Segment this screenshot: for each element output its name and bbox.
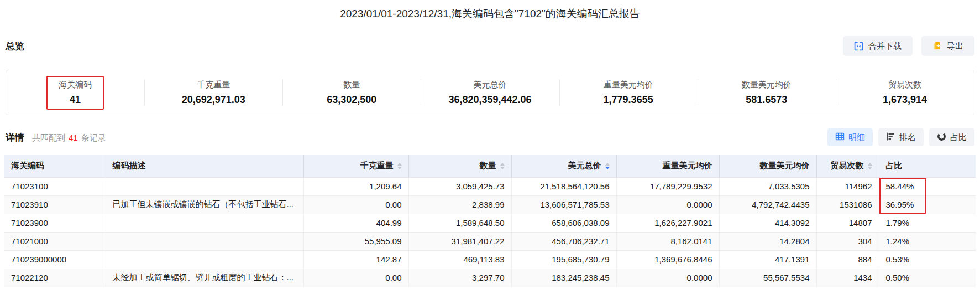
sort-icon[interactable]: [500, 163, 505, 169]
cell-weight-avg-price: 0.0000: [616, 195, 719, 214]
cell-customs-code: 71023100: [4, 177, 106, 195]
table-grid-icon: [835, 132, 845, 143]
export-file-icon: [932, 42, 942, 51]
cell-description: 未经加工或简单锯切、劈开或粗磨的工业钻石：...: [106, 269, 303, 287]
cell-qty-avg-price: 4,792,742.4435: [719, 195, 816, 214]
match-suffix: 条记录: [81, 133, 106, 142]
table-row[interactable]: 710239000000 142.87 469,113.83 195,685,7…: [4, 250, 976, 269]
cell-share: 0.50%: [879, 269, 976, 287]
details-header: 详情 共匹配到41条记录 明细 排名 占比: [6, 128, 974, 146]
stat-quantity: 数量 63,302,500: [282, 70, 421, 115]
table-row[interactable]: 71021000 55,955.09 31,981,407.22 456,706…: [4, 232, 976, 250]
cell-description: 已加工但未镶嵌或镶嵌的钻石（不包括工业钻石...: [106, 195, 303, 214]
stat-label: 数量美元均价: [742, 80, 792, 90]
stat-value: 1,673,914: [883, 94, 927, 106]
details-table: 海关编码 编码描述 千克重量 数量 美元总价 重量美元均价 数量美元均价 贸易次…: [4, 155, 976, 287]
cell-quantity: 31,981,407.22: [408, 232, 511, 250]
cell-share: 0.53%: [879, 250, 976, 269]
cell-description: [106, 214, 303, 232]
cell-weight-avg-price: 17,789,229.9532: [616, 177, 719, 195]
stat-label: 贸易次数: [888, 80, 921, 90]
stat-value: 1,779.3655: [604, 94, 653, 106]
stat-value: 36,820,359,442.06: [448, 94, 531, 106]
cell-quantity: 1,589,648.50: [408, 214, 511, 232]
cell-kg-weight: 1,209.64: [303, 177, 408, 195]
col-header-quantity[interactable]: 数量: [408, 155, 511, 177]
overview-stats-card: 海关编码 41 千克重量 20,692,971.03 数量 63,302,500…: [6, 70, 974, 115]
view-toggle: 明细 排名 占比: [827, 128, 974, 146]
cell-quantity: 2,838.99: [408, 195, 511, 214]
table-row[interactable]: 71023100 1,209.64 3,059,425.73 21,518,56…: [4, 177, 976, 195]
stat-qty-avg-price: 数量美元均价 581.6573: [698, 70, 836, 115]
tab-label: 排名: [899, 132, 916, 143]
col-header-description: 编码描述: [106, 155, 303, 177]
tab-label: 占比: [950, 132, 967, 143]
cell-description: [106, 232, 303, 250]
cell-share: 58.44%: [879, 177, 976, 195]
stat-label: 重量美元均价: [604, 80, 653, 90]
cell-customs-code: 71021000: [4, 232, 106, 250]
col-header-customs-code: 海关编码: [4, 155, 106, 177]
cell-weight-avg-price: 8,162.0141: [616, 232, 719, 250]
stat-weight-avg-price: 重量美元均价 1,779.3655: [559, 70, 698, 115]
cell-description: [106, 250, 303, 269]
cell-weight-avg-price: 1,369,676.8446: [616, 250, 719, 269]
match-prefix: 共匹配到: [32, 133, 65, 142]
cell-share: 1.79%: [879, 214, 976, 232]
tab-share-view[interactable]: 占比: [929, 128, 974, 146]
overview-actions: 合并下载 导出: [843, 36, 974, 56]
cell-kg-weight: 142.87: [303, 250, 408, 269]
stat-trade-count: 贸易次数 1,673,914: [836, 70, 974, 115]
table-row[interactable]: 71023910 已加工但未镶嵌或镶嵌的钻石（不包括工业钻石... 0.00 2…: [4, 195, 976, 214]
cell-trade-count: 884: [816, 250, 879, 269]
cell-quantity: 469,113.83: [408, 250, 511, 269]
cell-kg-weight: 55,955.09: [303, 232, 408, 250]
stat-label: 美元总价: [473, 80, 506, 90]
cell-trade-count: 304: [816, 232, 879, 250]
merge-cells-icon: [854, 42, 863, 51]
col-header-usd-total[interactable]: 美元总价: [511, 155, 616, 177]
cell-usd-total: 195,685,730.79: [511, 250, 616, 269]
cell-customs-code: 71023900: [4, 214, 106, 232]
match-count: 41: [69, 133, 78, 142]
stat-value: 581.6573: [746, 94, 787, 106]
cell-kg-weight: 0.00: [303, 195, 408, 214]
stat-customs-code: 海关编码 41: [6, 70, 144, 115]
table-header-row: 海关编码 编码描述 千克重量 数量 美元总价 重量美元均价 数量美元均价 贸易次…: [4, 155, 976, 177]
sort-icon[interactable]: [397, 163, 402, 169]
table-row[interactable]: 71022120 未经加工或简单锯切、劈开或粗磨的工业钻石：... 0.00 3…: [4, 269, 976, 287]
cell-usd-total: 183,245,238.45: [511, 269, 616, 287]
cell-share: 36.95%: [879, 195, 976, 214]
cell-usd-total: 13,606,571,785.53: [511, 195, 616, 214]
stat-value: 20,692,971.03: [182, 94, 245, 106]
stat-usd-total: 美元总价 36,820,359,442.06: [421, 70, 559, 115]
sort-icon-active-desc[interactable]: [605, 163, 610, 169]
cell-kg-weight: 404.99: [303, 214, 408, 232]
table-row[interactable]: 71023900 404.99 1,589,648.50 658,606,038…: [4, 214, 976, 232]
tab-rank-view[interactable]: 排名: [878, 128, 924, 146]
col-header-qty-avg-price: 数量美元均价: [719, 155, 816, 177]
details-table-wrap: 海关编码 编码描述 千克重量 数量 美元总价 重量美元均价 数量美元均价 贸易次…: [4, 155, 976, 287]
stat-label: 数量: [343, 80, 360, 90]
cell-qty-avg-price: 55,567.5534: [719, 269, 816, 287]
cell-trade-count: 14807: [816, 214, 879, 232]
tab-detail-view[interactable]: 明细: [827, 128, 873, 146]
col-header-kg-weight[interactable]: 千克重量: [303, 155, 408, 177]
cell-usd-total: 456,706,232.71: [511, 232, 616, 250]
sort-icon[interactable]: [868, 163, 872, 169]
donut-chart-icon: [937, 132, 946, 143]
cell-customs-code: 71023910: [4, 195, 106, 214]
export-button[interactable]: 导出: [921, 36, 974, 56]
cell-weight-avg-price: 1,626,227.9021: [616, 214, 719, 232]
merge-download-button[interactable]: 合并下载: [843, 36, 913, 56]
cell-quantity: 3,059,425.73: [408, 177, 511, 195]
stat-kg-weight: 千克重量 20,692,971.03: [144, 70, 282, 115]
stat-label: 海关编码: [59, 80, 92, 90]
col-header-trade-count[interactable]: 贸易次数: [816, 155, 879, 177]
cell-trade-count: 114962: [816, 177, 879, 195]
cell-trade-count: 1434: [816, 269, 879, 287]
cell-description: [106, 177, 303, 195]
col-header-weight-avg-price: 重量美元均价: [616, 155, 719, 177]
cell-customs-code: 710239000000: [4, 250, 106, 269]
col-header-share: 占比: [879, 155, 976, 177]
